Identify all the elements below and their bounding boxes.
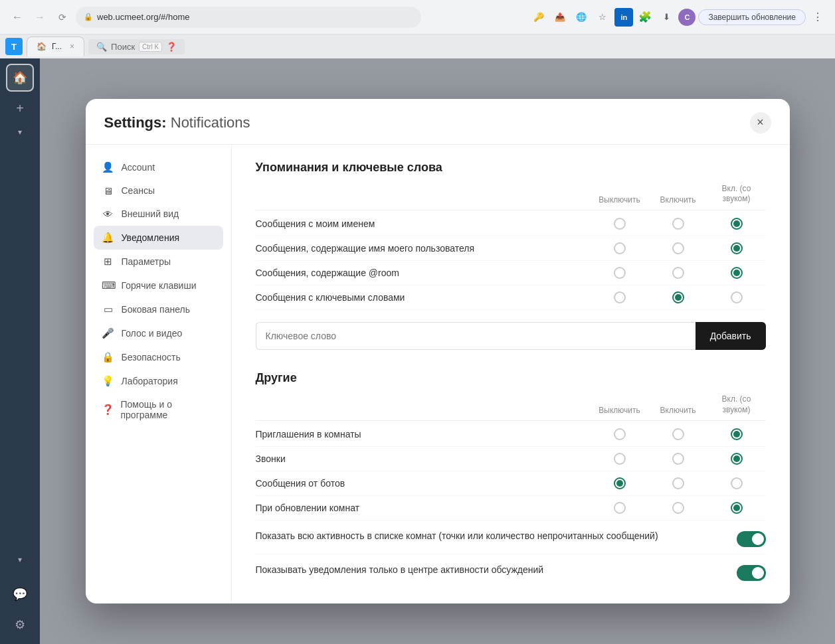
browser-actions: 🔑 📤 🌐 ☆ in 🧩 ⬇ C Завершить обновление ⋮ [529,8,827,27]
active-tab[interactable]: 🏠 Г... × [27,37,84,56]
other-row-1-label: Приглашения в комнаты [256,429,591,440]
mention-2-on-radio[interactable] [672,242,684,254]
mention-row-1-label: Сообщения с моим именем [256,218,591,229]
nav-forward-button[interactable]: → [31,8,49,27]
sidebar-chat-btn[interactable]: 💬 [6,580,34,608]
nav-item-sessions[interactable]: 🖥 Сеансы [94,179,223,202]
add-keyword-button[interactable]: Добавить [696,322,766,350]
modal-overlay[interactable]: Settings: Notifications × 👤 Account [40,58,835,644]
sidebar-settings-btn[interactable]: ⚙ [6,611,34,639]
address-bar[interactable]: 🔒 web.ucmeet.org/#/home [76,7,421,28]
search-icon: 🔍 [96,42,107,52]
mention-1-on-sound-radio[interactable] [731,218,743,230]
other-3-on-sound-radio[interactable] [731,477,743,489]
nav-label-hotkeys: Горячие клавиши [122,280,197,291]
account-icon: 👤 [102,161,115,173]
other-4-on-sound-radio[interactable] [731,502,743,514]
col-off-header2: Выключить [591,406,649,415]
appearance-icon: 👁 [102,208,115,220]
nav-item-notifications[interactable]: 🔔 Уведомления [94,226,223,250]
nav-item-voice[interactable]: 🎤 Голос и видео [94,321,223,345]
toggle-row-2: Показывать уведомления только в центре а… [256,554,766,588]
keyword-input[interactable] [256,322,696,350]
mention-1-on-radio[interactable] [672,218,684,230]
other-1-off-radio[interactable] [614,428,626,440]
modal-title: Settings: Notifications [104,114,250,131]
nav-item-lab[interactable]: 💡 Лаборатория [94,369,223,393]
star-icon-btn[interactable]: ☆ [593,8,612,27]
mention-3-on-radio[interactable] [672,267,684,279]
translate-icon-btn[interactable]: 🌐 [572,8,591,27]
search-shortcut-kbd: Ctrl K [139,42,162,52]
help-nav-icon: ❓ [102,404,114,416]
sessions-icon: 🖥 [102,185,115,197]
modal-title-prefix: Settings: [104,114,167,131]
notifications-icon: 🔔 [102,232,115,244]
nav-label-params: Параметры [122,256,171,267]
mention-2-off-radio[interactable] [614,242,626,254]
mention-row-4-label: Сообщения с ключевыми словами [256,292,591,303]
screenshot-icon-btn[interactable]: 📤 [551,8,569,27]
nav-item-appearance[interactable]: 👁 Внешний вид [94,202,223,226]
other-4-on-radio[interactable] [672,502,684,514]
col-on-sound-header2: Вкл. (со звуком) [707,394,766,415]
mention-3-on-sound-radio[interactable] [731,267,743,279]
other-2-on-sound-radio[interactable] [731,453,743,465]
mention-1-off-radio[interactable] [614,218,626,230]
lab-icon: 💡 [102,375,115,387]
search-text: Поиск [111,42,135,52]
tab-bar: T 🏠 Г... × 🔍 Поиск Ctrl K ❓ [0,35,835,58]
mention-4-off-radio[interactable] [614,291,626,303]
search-bar-tab[interactable]: 🔍 Поиск Ctrl K ❓ [88,39,185,54]
toggle-2[interactable] [737,565,766,581]
nav-label-lab: Лаборатория [122,376,178,386]
extensions-icon-btn[interactable]: 🧩 [636,8,654,27]
others-section: Другие Выключить Включить Вкл. (со звуко… [256,371,766,588]
mention-row-2: Сообщения, содержащие имя моего пользова… [256,236,766,261]
other-1-on-sound-radio[interactable] [731,428,743,440]
nav-back-button[interactable]: ← [8,8,27,27]
nav-item-help[interactable]: ❓ Помощь и о программе [94,393,223,426]
browser-chrome: ← → ⟳ 🔒 web.ucmeet.org/#/home 🔑 📤 🌐 ☆ in… [0,0,835,35]
sidebar-add-btn[interactable]: + [6,94,34,122]
mention-2-on-sound-radio[interactable] [731,242,743,254]
mentions-table-header: Выключить Включить Вкл. (со звуком) [256,184,766,210]
update-button[interactable]: Завершить обновление [698,9,806,25]
tab-label: Г... [52,42,62,51]
nav-item-security[interactable]: 🔒 Безопасность [94,345,223,369]
other-row-2-label: Звонки [256,453,591,464]
nav-item-sidebar[interactable]: ▭ Боковая панель [94,297,223,321]
col-on-header: Включить [649,195,707,204]
mention-4-on-sound-radio[interactable] [731,291,743,303]
nav-label-account: Account [122,162,155,173]
mention-row-3-label: Сообщения, содержащие @room [256,268,591,278]
nav-label-appearance: Внешний вид [122,208,179,219]
security-nav-icon: 🔒 [102,351,115,363]
toggle-1[interactable] [737,531,766,547]
nav-item-account[interactable]: 👤 Account [94,155,223,179]
nav-item-params[interactable]: ⊞ Параметры [94,250,223,274]
left-sidebar: 🏠 + ▾ ▾ 💬 ⚙ [0,58,40,644]
other-3-off-radio[interactable] [614,477,626,489]
download-icon-btn[interactable]: ⬇ [657,8,676,27]
mentions-section: Упоминания и ключевые слова Выключить Вк… [256,161,766,350]
close-button[interactable]: × [750,112,771,133]
nav-item-hotkeys[interactable]: ⌨ Горячие клавиши [94,274,223,297]
params-icon: ⊞ [102,256,115,268]
sidebar-chevron-down2: ▾ [18,555,22,564]
tab-close-icon[interactable]: × [70,42,74,51]
other-4-off-radio[interactable] [614,502,626,514]
mention-3-off-radio[interactable] [614,267,626,279]
nav-reload-button[interactable]: ⟳ [53,8,72,27]
mention-4-on-radio[interactable] [672,291,684,303]
other-1-on-radio[interactable] [672,428,684,440]
nav-label-notifications: Уведомления [122,232,180,243]
other-2-on-radio[interactable] [672,453,684,465]
other-2-off-radio[interactable] [614,453,626,465]
sidebar-icon: ▭ [102,303,115,315]
other-3-on-radio[interactable] [672,477,684,489]
menu-icon-btn[interactable]: ⋮ [808,8,827,27]
password-icon-btn[interactable]: 🔑 [529,8,548,27]
settings-nav: 👤 Account 🖥 Сеансы 👁 Внешний вид [86,145,232,604]
sidebar-home-btn[interactable]: 🏠 [6,64,34,92]
